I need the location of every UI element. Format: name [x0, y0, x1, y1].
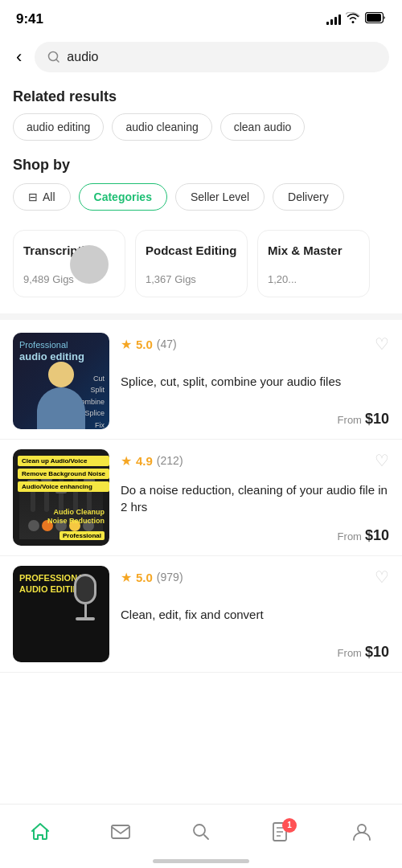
rating-value-3: 5.0 [136, 571, 153, 584]
section-divider [0, 313, 402, 320]
nav-orders[interactable]: 1 [258, 815, 305, 849]
gig-desc-3: Clean, edit, fix and convert [121, 606, 389, 623]
related-tags-row: audio editing audio cleaning clean audio [0, 113, 402, 154]
gig-card-2[interactable]: Clean up Audio/Voice Remove Background N… [0, 440, 402, 556]
gig-price-row-1: From $10 [121, 411, 389, 428]
gig2-bottom-label: Audio CleanupNoise Reduction Professiona… [47, 508, 105, 541]
from-text-3: From [338, 647, 362, 659]
orders-badge: 1 [282, 818, 297, 833]
svg-point-4 [194, 825, 205, 836]
price-text-1: $10 [365, 411, 389, 428]
category-card-podcast[interactable]: Podcast Editing 1,367 Gigs [135, 230, 248, 297]
gig-rating-1: ★ 5.0 (47) [121, 337, 177, 352]
home-indicator [153, 859, 249, 863]
rating-count-2: (212) [157, 454, 183, 467]
status-bar: 9:41 [0, 0, 402, 35]
gig-thumbnail-3: PROFESSIONALAUDIO EDITING [13, 566, 109, 662]
gig-price-row-3: From $10 [121, 644, 389, 661]
price-text-3: $10 [365, 644, 389, 661]
filter-seller-level[interactable]: Seller Level [175, 183, 265, 211]
search-nav-icon [191, 821, 211, 842]
search-input-wrap[interactable]: audio [35, 42, 389, 72]
gig-info-3: ★ 5.0 (979) ♡ Clean, edit, fix and conve… [121, 566, 389, 662]
gig-rating-row-2: ★ 4.9 (212) ♡ [121, 451, 389, 470]
gig-info-2: ★ 4.9 (212) ♡ Do a noise reduction, clea… [121, 449, 389, 546]
tag-chip-audio-editing[interactable]: audio editing [13, 113, 104, 141]
status-icons [326, 12, 386, 27]
filter-all-label: All [43, 190, 55, 203]
gig3-mic [69, 574, 101, 630]
gig-rating-2: ★ 4.9 (212) [121, 453, 183, 469]
rating-value-1: 5.0 [136, 338, 153, 351]
star-icon-1: ★ [121, 337, 132, 352]
filter-seller-level-label: Seller Level [191, 190, 249, 203]
rating-count-1: (47) [157, 338, 177, 350]
category-mix-name: Mix & Master [268, 244, 359, 257]
battery-icon [365, 12, 386, 27]
star-icon-3: ★ [121, 570, 132, 585]
category-bubble [70, 245, 109, 284]
search-query: audio [67, 50, 98, 64]
search-bar: ‹ audio [0, 35, 402, 79]
category-card-transcription[interactable]: Transcription 9,489 Gigs [13, 230, 125, 297]
star-icon-2: ★ [121, 453, 132, 469]
heart-icon-3[interactable]: ♡ [375, 567, 389, 587]
back-button[interactable]: ‹ [13, 43, 25, 71]
nav-messages[interactable] [97, 815, 144, 849]
nav-profile[interactable] [338, 815, 385, 849]
home-icon [30, 821, 51, 842]
from-text-2: From [338, 530, 362, 542]
category-mix-gigs: 1,20... [268, 273, 359, 285]
bottom-nav: 1 [0, 804, 402, 868]
filter-icon: ⊟ [28, 190, 38, 203]
gig-thumbnail-2: Clean up Audio/Voice Remove Background N… [13, 449, 109, 546]
profile-icon [351, 821, 372, 842]
gig-desc-2: Do a noise reduction, cleaning of your a… [121, 481, 389, 515]
signal-bars-icon [326, 14, 341, 25]
svg-rect-1 [367, 14, 381, 22]
filter-all[interactable]: ⊟ All [13, 183, 71, 211]
gig-thumbnail-1: Professionalaudio editing CutSplitCombin… [13, 333, 109, 429]
gig-desc-1: Splice, cut, split, combine your audio f… [121, 373, 389, 390]
filter-categories-label: Categories [94, 190, 152, 203]
nav-search[interactable] [178, 815, 224, 849]
filter-delivery[interactable]: Delivery [273, 183, 344, 211]
heart-icon-1[interactable]: ♡ [375, 334, 389, 354]
price-text-2: $10 [365, 527, 389, 544]
category-podcast-name: Podcast Editing [146, 244, 237, 257]
wifi-icon [346, 12, 360, 27]
gig2-badges: Clean up Audio/Voice Remove Background N… [18, 456, 109, 492]
gig1-title: Professionalaudio editing [19, 339, 84, 364]
svg-point-9 [358, 825, 366, 833]
nav-home[interactable] [17, 815, 64, 849]
filter-delivery-label: Delivery [288, 190, 329, 203]
gig-rating-row-3: ★ 5.0 (979) ♡ [121, 567, 389, 587]
rating-value-2: 4.9 [136, 454, 153, 468]
rating-count-3: (979) [157, 571, 183, 583]
filter-categories[interactable]: Categories [79, 183, 167, 211]
gig-card-3[interactable]: PROFESSIONALAUDIO EDITING ★ 5.0 (979) ♡ [0, 556, 402, 673]
gig-info-1: ★ 5.0 (47) ♡ Splice, cut, split, combine… [121, 333, 389, 429]
mail-icon [110, 821, 131, 842]
category-row: Transcription 9,489 Gigs Podcast Editing… [0, 223, 402, 313]
category-podcast-gigs: 1,367 Gigs [146, 273, 237, 285]
tag-chip-clean-audio[interactable]: clean audio [220, 113, 306, 141]
svg-rect-3 [112, 825, 129, 838]
from-text-1: From [338, 414, 362, 426]
filter-row: ⊟ All Categories Seller Level Delivery [0, 183, 402, 223]
search-icon [47, 51, 60, 63]
category-card-mix[interactable]: Mix & Master 1,20... [257, 230, 370, 297]
gig-rating-row-1: ★ 5.0 (47) ♡ [121, 334, 389, 354]
heart-icon-2[interactable]: ♡ [375, 451, 389, 470]
status-time: 9:41 [16, 11, 43, 27]
gig-price-row-2: From $10 [121, 527, 389, 544]
tag-chip-audio-cleaning[interactable]: audio cleaning [112, 113, 211, 141]
gig-card-1[interactable]: Professionalaudio editing CutSplitCombin… [0, 323, 402, 440]
related-results-title: Related results [0, 79, 402, 113]
gig-rating-3: ★ 5.0 (979) [121, 570, 183, 585]
shop-by-title: Shop by [0, 154, 402, 183]
